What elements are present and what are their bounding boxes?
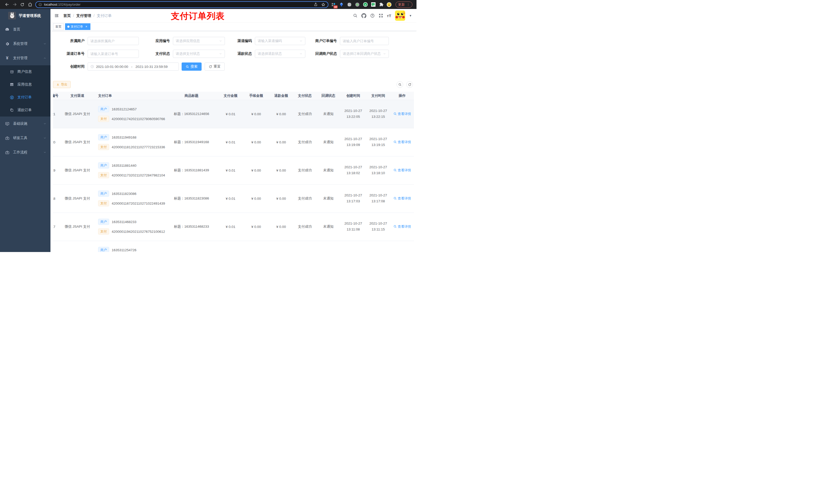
cell-id: 21 [53, 100, 61, 128]
filter-label: 退款状态 [225, 51, 255, 56]
merchant-order-no-input[interactable] [340, 37, 389, 45]
sidebar-item-label: 支付订单 [18, 95, 32, 100]
sidebar-item-payment[interactable]: ¥ 支付管理 [0, 51, 50, 65]
view-detail-label: 查看详情 [398, 196, 411, 201]
cell-fee: ¥ 0.00 [243, 100, 269, 128]
extension-kite-icon[interactable] [339, 2, 344, 7]
app-logo[interactable]: 芋道管理系统 [0, 9, 50, 22]
cell-refund: ¥ 0.00 [269, 100, 293, 128]
github-icon[interactable] [361, 13, 366, 18]
breadcrumb-home[interactable]: 首页 [63, 13, 71, 18]
sidebar-item-pay-order[interactable]: 支付订单 [0, 91, 50, 104]
avatar[interactable] [395, 10, 405, 21]
breadcrumb-payment[interactable]: 支付管理 [76, 13, 91, 18]
fullscreen-icon[interactable] [379, 13, 383, 18]
extension-chat-icon[interactable] [371, 2, 376, 7]
date-end[interactable]: 2021-10-31 23:59:59 [136, 65, 168, 69]
address-bar[interactable]: localhost:1024/pay/order [35, 1, 328, 8]
extension-command-icon[interactable] [347, 2, 352, 7]
profile-emoji-icon[interactable] [386, 2, 392, 7]
merchant-order-no-field[interactable] [343, 39, 386, 43]
sidebar-collapse-icon[interactable] [54, 13, 59, 18]
avatar-caret-icon[interactable]: ▼ [409, 14, 412, 17]
chrome-update-button[interactable]: 更新 ⋮ [396, 2, 412, 8]
view-detail-link[interactable]: 查看详情 [394, 196, 411, 201]
header-search-icon[interactable] [353, 13, 358, 18]
logo-avatar [8, 12, 16, 20]
merchant-tag: 商户 [98, 247, 109, 252]
browser-menu-icon[interactable]: ⋮ [406, 3, 410, 6]
chevron-down-icon [219, 52, 222, 55]
monitor-icon [5, 122, 10, 126]
site-info-icon[interactable] [39, 3, 42, 6]
sidebar-item-merchant-info[interactable]: 商户信息 [0, 65, 50, 78]
pay-order-no: 4200001194202110276752100612 [112, 230, 165, 234]
home-icon[interactable] [26, 1, 34, 8]
channel-code-select[interactable]: 请输入渠道编码 [255, 37, 305, 45]
app-select[interactable]: 请选择应用信息 [173, 37, 225, 45]
cell-id: 18 [53, 184, 61, 213]
chevron-down-icon [383, 52, 386, 55]
sidebar-item-home[interactable]: 首页 [0, 22, 50, 37]
tag-close-icon[interactable]: × [85, 25, 88, 28]
search-button[interactable]: 搜索 [182, 63, 201, 71]
magnifier-icon [394, 197, 397, 200]
filter-channel-order-no: 渠道订单号 [53, 50, 139, 58]
cell-id: 16 [53, 241, 61, 252]
sidebar-item-infra[interactable]: 基础设施 [0, 117, 50, 131]
back-icon[interactable] [3, 1, 11, 8]
channel-order-no-field[interactable] [90, 52, 136, 56]
merchant-order-no: 1635311881440 [112, 164, 137, 167]
help-icon[interactable] [370, 13, 375, 18]
font-size-icon[interactable]: тT [387, 14, 391, 18]
date-range-picker[interactable]: 2021-10-01 00:00:00 - 2021-10-31 23:59:5… [88, 63, 179, 71]
cell-amount: ¥ 0.01 [218, 184, 243, 213]
cell-paid [366, 241, 390, 252]
channel-order-no-input[interactable] [88, 50, 139, 58]
view-detail-link[interactable]: 查看详情 [394, 168, 411, 173]
tag-pay-order[interactable]: 支付订单 × [65, 23, 90, 30]
share-icon[interactable] [314, 3, 318, 6]
bookmark-star-icon[interactable] [321, 3, 325, 7]
status-badge: 支付成功 [298, 140, 312, 144]
extension-record-icon[interactable] [355, 2, 360, 7]
cell-title: 标题：1635311468233 [165, 213, 218, 241]
cell-refund [269, 241, 293, 252]
extensions-puzzle-icon[interactable] [379, 2, 384, 7]
sidebar-item-refund-order[interactable]: 退款订单 [0, 104, 50, 117]
reload-icon[interactable] [19, 1, 26, 8]
refund-status-select[interactable]: 请选择退款状态 [255, 50, 305, 58]
filter-pay-status: 支付状态 请选择支付状态 [139, 50, 225, 58]
filter-row-2: 渠道订单号 支付状态 请选择支付状态 退款状态 请选择退款状态 回调商户状态 请… [53, 50, 414, 58]
merchant-order-line: 商户 1635311949168 [98, 134, 137, 140]
extension-grid-icon[interactable]: 10 [331, 2, 336, 7]
chevron-down-icon [43, 42, 46, 45]
view-detail-link[interactable]: 查看详情 [394, 112, 411, 116]
toggle-search-button[interactable] [397, 81, 403, 88]
tag-label: 首页 [55, 25, 62, 29]
notify-status-select[interactable]: 请选择订单回调商户状态 [340, 50, 389, 58]
pay-tag: 支付 [98, 229, 109, 235]
view-detail-link[interactable]: 查看详情 [394, 224, 411, 229]
sidebar-item-label: 商户信息 [18, 69, 32, 74]
sidebar-menu: 首页 系统管理 ¥ 支付管理 [0, 22, 50, 252]
pay-status-select[interactable]: 请选择支付状态 [173, 50, 225, 58]
extension-y-icon[interactable]: y [363, 2, 368, 7]
sidebar-item-devtools[interactable]: 研发工具 [0, 131, 50, 145]
sidebar-item-app-info[interactable]: 应用信息 [0, 78, 50, 91]
merchant-input-field[interactable] [90, 39, 136, 43]
merchant-input[interactable] [88, 37, 139, 45]
sidebar-item-system[interactable]: 系统管理 [0, 37, 50, 51]
navbar: 首页 / 支付管理 / 支付订单 тT [50, 9, 416, 23]
refresh-table-button[interactable] [406, 81, 413, 88]
date-start[interactable]: 2021-10-01 00:00:00 [96, 65, 128, 69]
table-toolbar: 导出 [53, 81, 414, 88]
reset-button[interactable]: 重置 [205, 63, 224, 71]
export-button[interactable]: 导出 [53, 81, 71, 88]
tag-home[interactable]: 首页 [53, 23, 64, 30]
view-detail-link[interactable]: 查看详情 [394, 140, 411, 144]
forward-icon[interactable] [11, 1, 19, 8]
sidebar-item-workflow[interactable]: 工作流程 [0, 145, 50, 160]
col-order: 支付订单 [94, 92, 165, 100]
cell-refund: ¥ 0.00 [269, 156, 293, 184]
